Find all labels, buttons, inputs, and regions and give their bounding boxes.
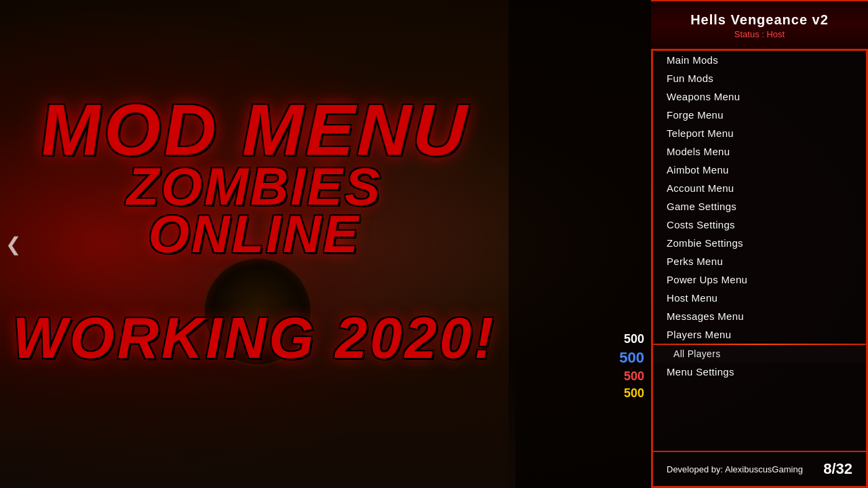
footer-developer: Developed by: AlexibuscusGaming [667,464,803,474]
menu-item-fun-mods[interactable]: Fun Mods [653,69,866,87]
stat-value-2: 500 [619,349,644,367]
menu-item-power-ups-menu[interactable]: Power Ups Menu [653,270,866,289]
menu-header: Hells Vengeance v2 Status : Host [651,0,868,51]
menu-item-menu-settings[interactable]: Menu Settings [653,363,866,381]
menu-list: Main Mods Fun Mods Weapons Menu Forge Me… [651,51,868,451]
menu-item-models-menu[interactable]: Models Menu [653,142,866,161]
title-online: ONLINE [149,210,361,258]
menu-item-game-settings[interactable]: Game Settings [653,197,866,216]
menu-item-host-menu[interactable]: Host Menu [653,289,866,307]
menu-item-players-menu[interactable]: Players Menu [653,325,866,344]
menu-item-zombie-settings[interactable]: Zombie Settings [653,234,866,252]
menu-item-teleport-menu[interactable]: Teleport Menu [653,124,866,142]
menu-item-costs-settings[interactable]: Costs Settings [653,216,866,234]
menu-footer: Developed by: AlexibuscusGaming 8/32 [651,451,868,488]
menu-status: Status : Host [665,29,854,39]
stat-value-4: 500 [619,386,644,401]
menu-item-perks-menu[interactable]: Perks Menu [653,252,866,270]
menu-item-aimbot-menu[interactable]: Aimbot Menu [653,161,866,179]
menu-item-messages-menu[interactable]: Messages Menu [653,307,866,325]
title-mod-menu: MOD MENU [38,97,471,163]
menu-item-forge-menu[interactable]: Forge Menu [653,106,866,124]
title-working: WORKING 2020! [12,312,496,365]
menu-item-account-menu[interactable]: Account Menu [653,179,866,197]
menu-title: Hells Vengeance v2 [665,12,854,28]
left-title-area: MOD MENU ZOMBIES ONLINE WORKING 2020! [0,0,509,488]
menu-item-all-players[interactable]: All Players [653,345,866,363]
menu-item-main-mods[interactable]: Main Mods [653,51,866,69]
nav-arrow-left[interactable]: ❮ [5,233,21,256]
footer-players-count: 8/32 [823,460,852,478]
stats-panel: 500 500 500 500 [619,332,644,401]
menu-item-weapons-menu[interactable]: Weapons Menu [653,87,866,106]
stat-value-3: 500 [619,369,644,384]
stat-value-1: 500 [619,332,644,346]
menu-panel: Hells Vengeance v2 Status : Host Main Mo… [651,0,868,488]
